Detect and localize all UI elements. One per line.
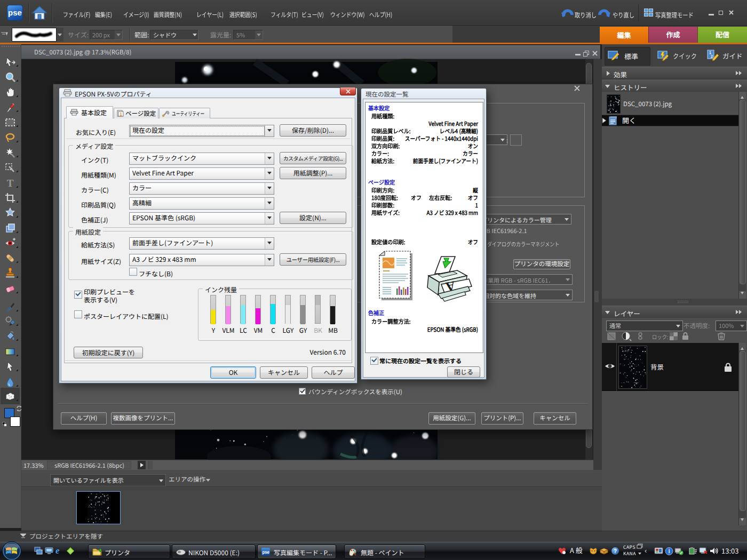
svg-text:i: i (669, 547, 670, 555)
svg-text:1: 1 (120, 111, 122, 117)
svg-text:T: T (7, 178, 14, 189)
svg-text:2: 2 (711, 53, 713, 59)
